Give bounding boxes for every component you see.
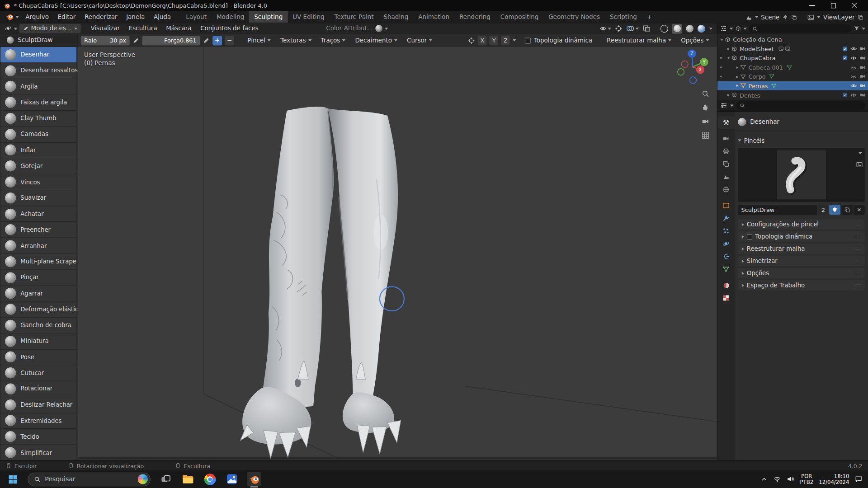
popover-opcoes[interactable]: Opções [678, 36, 712, 45]
workspace-tab-shading[interactable]: Shading [379, 11, 414, 23]
disable-render-camera-icon[interactable] [859, 55, 866, 61]
viewlayer-name[interactable]: ViewLayer [823, 14, 855, 21]
outliner-row-corpo[interactable]: ▸ Corpo [717, 72, 868, 81]
tool-preencher[interactable]: Preencher [0, 222, 76, 238]
workspace-tab-rendering[interactable]: Rendering [454, 11, 495, 23]
panel-configuracoes-de-pincel[interactable]: Configurações de pincel ::: [738, 219, 864, 230]
tab-active-tool[interactable]: ⚒ [717, 116, 735, 129]
brush-preview-well[interactable] [738, 148, 864, 202]
hide-eye-icon[interactable] [850, 46, 857, 52]
workspace-tab-uv-editing[interactable]: UV Editing [288, 11, 329, 23]
tab-object[interactable] [718, 199, 734, 212]
hide-eye-icon[interactable] [850, 55, 857, 61]
close-button[interactable] [844, 0, 865, 11]
disclosure-triangle[interactable]: ▾ [721, 37, 723, 42]
disclosure-triangle[interactable]: ▾ [727, 56, 730, 61]
disclosure-triangle[interactable]: ▸ [736, 74, 739, 79]
tab-particles[interactable] [718, 225, 734, 237]
camera-view-icon[interactable] [700, 116, 710, 126]
disable-render-camera-icon[interactable] [859, 46, 866, 52]
tab-texture[interactable] [718, 291, 734, 304]
popover-remesh[interactable]: Reestruturar malha [604, 36, 675, 45]
display-mode-icon[interactable] [735, 25, 741, 31]
menu-mascara[interactable]: Máscara [161, 23, 196, 33]
pin-scene-icon[interactable] [782, 14, 788, 20]
tool-pincar[interactable]: Pinçar [0, 270, 76, 285]
tab-output[interactable] [718, 145, 734, 158]
disclosure-triangle[interactable]: ▸ [736, 65, 739, 70]
outliner-editor-icon[interactable] [720, 25, 727, 32]
tab-scene[interactable] [718, 170, 734, 183]
tool-gotejar[interactable]: Gotejar [0, 159, 76, 174]
disable-render-camera-icon[interactable] [859, 92, 866, 99]
panel-topologia-dinamica[interactable]: Topologia dinâmica ::: [738, 231, 864, 242]
brush-image-icon[interactable] [856, 161, 863, 168]
panel-simetrizar[interactable]: Simetrizar ::: [738, 256, 864, 266]
navigation-gizmo[interactable]: Z Y X [674, 47, 713, 86]
popover-decaimento[interactable]: Decaimento [352, 36, 401, 45]
mirror-z-button[interactable]: Z [501, 36, 510, 45]
hidden-eye-closed-icon[interactable] [850, 64, 857, 70]
disable-render-camera-icon[interactable] [859, 82, 866, 89]
workspace-tab-sculpting[interactable]: Sculpting [249, 11, 288, 23]
tab-render[interactable] [718, 132, 734, 145]
workspace-tab-scripting[interactable]: Scripting [605, 11, 642, 23]
copilot-icon[interactable] [138, 474, 148, 484]
workspace-tab-texture-paint[interactable]: Texture Paint [330, 11, 379, 23]
tab-world[interactable] [718, 183, 734, 196]
editor-type-selector[interactable] [2, 24, 19, 33]
popover-cursor[interactable]: Cursor [404, 36, 436, 45]
exclude-checkbox-icon[interactable] [842, 92, 848, 98]
shading-material-button[interactable] [686, 24, 693, 32]
radius-slider[interactable]: Raio 30 px [81, 36, 130, 45]
gizmo-minus-y[interactable] [678, 69, 684, 75]
disable-render-camera-icon[interactable] [859, 73, 866, 80]
outliner-search-input[interactable] [749, 24, 852, 33]
tool-tecido[interactable]: Tecido [0, 429, 76, 444]
tool-faixas-de-argila[interactable]: Faixas de argila [0, 95, 76, 110]
brush-preview-image[interactable] [776, 150, 826, 200]
shading-rendered-button[interactable] [698, 24, 705, 32]
outliner-row-modelsheet[interactable]: ▸ ModelSheet [717, 44, 868, 53]
tool-miniatura[interactable]: Miniatura [0, 333, 76, 349]
disclosure-triangle[interactable]: ▸ [727, 46, 730, 51]
zoom-icon[interactable] [700, 89, 710, 99]
tool-suavizar[interactable]: Suavizar [0, 190, 76, 206]
tool-rotacionar[interactable]: Rotacionar [0, 381, 76, 397]
strength-pressure-icon[interactable] [203, 37, 210, 44]
gizmo-z-label[interactable]: Z [690, 51, 693, 56]
gizmo-minus-x[interactable] [681, 61, 688, 68]
tool-achatar[interactable]: Achatar [0, 206, 76, 221]
panel-opcoes[interactable]: Opções ::: [738, 268, 864, 278]
tool-vincos[interactable]: Vincos [0, 174, 76, 190]
panel-grip[interactable]: ::: [855, 283, 862, 288]
exclude-checkbox-icon[interactable] [842, 55, 848, 61]
menu-arquivo[interactable]: Arquivo [21, 11, 53, 23]
menu-editar[interactable]: Editar [53, 11, 80, 23]
shading-solid-button[interactable] [672, 23, 682, 33]
maximize-button[interactable] [823, 0, 844, 11]
properties-search-input[interactable] [736, 101, 865, 109]
exclude-checkbox-icon[interactable] [842, 46, 848, 52]
snap-target-icon[interactable] [468, 37, 475, 44]
panel-grip[interactable]: ::: [855, 258, 862, 263]
tray-chevron-up-icon[interactable] [761, 475, 768, 483]
menu-ajuda[interactable]: Ajuda [149, 11, 175, 23]
tool-simplificar[interactable]: Simplificar [0, 445, 76, 460]
menu-conjuntos-de-faces[interactable]: Conjuntos de faces [196, 23, 263, 33]
hide-eye-icon[interactable] [850, 82, 857, 89]
popover-pincel[interactable]: Pincel [244, 36, 274, 45]
tool-arranhar[interactable]: Arranhar [0, 238, 76, 253]
tool-pose[interactable]: Pose [0, 349, 76, 365]
mirror-options-chevron[interactable] [513, 39, 516, 42]
matcap-dropdown[interactable] [372, 24, 392, 33]
visibility-toggle[interactable] [599, 25, 611, 32]
viewport-3d[interactable]: User Perspective (0) Pernas Z Y X [77, 47, 717, 460]
tab-view-layer[interactable] [718, 158, 734, 170]
disable-render-camera-icon[interactable] [859, 64, 866, 70]
tool-agarrar[interactable]: Agarrar [0, 286, 76, 301]
tool-cutucar[interactable]: Cutucar [0, 366, 76, 381]
tool-deslizar-relachar[interactable]: Deslizar Relachar [0, 397, 76, 413]
tab-physics[interactable] [718, 237, 734, 250]
gizmo-minus-z[interactable] [690, 77, 697, 84]
